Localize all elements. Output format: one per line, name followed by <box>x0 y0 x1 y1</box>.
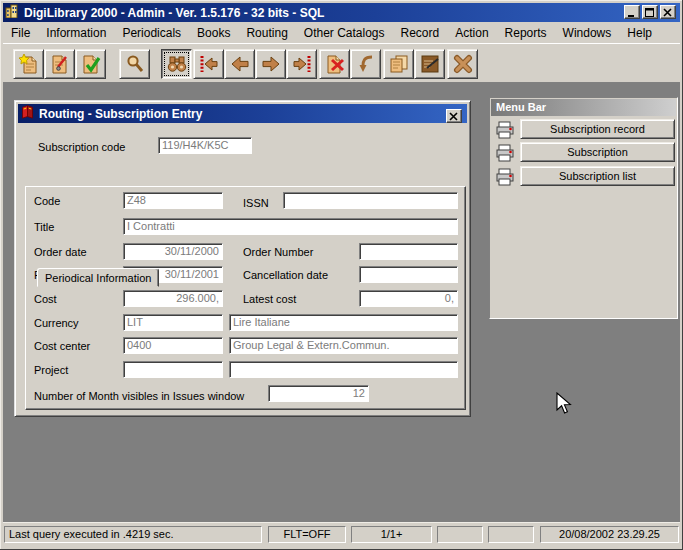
menu-other-catalogs[interactable]: Other Catalogs <box>296 24 393 42</box>
menu-routing[interactable]: Routing <box>238 24 295 42</box>
dialog-titlebar[interactable]: Routing - Subscription Entry <box>18 104 467 123</box>
next-record-icon <box>260 53 282 75</box>
order-date-field[interactable]: 30/11/2000 <box>123 243 223 260</box>
printer-icon <box>494 120 516 140</box>
edit-record-button[interactable] <box>44 49 75 79</box>
menu-reports[interactable]: Reports <box>497 24 555 42</box>
last-record-icon <box>291 53 313 75</box>
subscription-record-button[interactable]: Subscription record <box>520 119 675 139</box>
subscription-code-label: Subscription code <box>38 141 125 153</box>
window-title: DigiLibrary 2000 - Admin - Ver. 1.5.176 … <box>24 6 324 20</box>
app-icon <box>5 4 20 22</box>
project-field[interactable] <box>123 361 223 378</box>
close-button[interactable] <box>660 5 676 19</box>
menu-help[interactable]: Help <box>619 24 660 42</box>
project-label: Project <box>34 364 68 376</box>
cost-label: Cost <box>34 293 57 305</box>
close-exit-button[interactable] <box>447 49 478 79</box>
menu-record[interactable]: Record <box>393 24 448 42</box>
cost-field[interactable]: 296.000, <box>123 290 223 307</box>
edit-record-icon <box>49 53 71 75</box>
issn-label: ISSN <box>243 197 269 209</box>
status-record-position: 1/1+ <box>351 526 432 543</box>
status-bar: Last query executed in .4219 sec. FLT=OF… <box>3 522 680 547</box>
menu-books[interactable]: Books <box>189 24 238 42</box>
undo-button[interactable] <box>350 49 381 79</box>
binoculars-icon <box>166 53 188 75</box>
cost-center-description-field[interactable]: Group Legal & Extern.Commun. <box>229 337 458 354</box>
title-label: Title <box>34 221 54 233</box>
search-button[interactable] <box>119 49 150 79</box>
confirm-record-icon <box>80 53 102 75</box>
months-visible-label: Number of Month visibles in Issues windo… <box>34 390 244 402</box>
copy-record-button[interactable] <box>383 49 414 79</box>
maximize-button[interactable] <box>642 5 658 19</box>
tab-periodical-information[interactable]: Periodical Information <box>37 268 159 287</box>
menu-bar-panel: Menu Bar Subscription record Subscriptio… <box>489 97 678 319</box>
status-filter: FLT=OFF <box>268 526 346 543</box>
cost-center-field[interactable]: 0400 <box>123 337 223 354</box>
last-record-button[interactable] <box>286 49 317 79</box>
subscription-list-button[interactable]: Subscription list <box>520 166 675 186</box>
order-number-field[interactable] <box>359 243 458 260</box>
currency-field[interactable]: LIT <box>123 314 223 331</box>
search-icon <box>124 53 146 75</box>
title-field[interactable]: I Contratti <box>123 218 458 235</box>
previous-record-icon <box>229 53 251 75</box>
order-date-label: Order date <box>34 246 87 258</box>
status-empty-1 <box>437 526 483 543</box>
first-record-icon <box>198 53 220 75</box>
mouse-cursor <box>556 392 573 419</box>
printer-icon <box>494 167 516 187</box>
menu-file[interactable]: File <box>3 24 38 42</box>
order-number-label: Order Number <box>243 246 313 258</box>
menu-action[interactable]: Action <box>447 24 496 42</box>
next-record-button[interactable] <box>255 49 286 79</box>
periodical-information-page: Code Z48 ISSN Title I Contratti Order da… <box>25 186 466 410</box>
status-datetime: 20/08/2002 23.29.25 <box>540 526 679 543</box>
dialog-title: Routing - Subscription Entry <box>39 107 202 121</box>
edit-notes-icon <box>419 53 441 75</box>
find-binoculars-button[interactable] <box>161 49 192 79</box>
menu-bar: File Information Periodicals Books Routi… <box>3 22 680 43</box>
menu-windows[interactable]: Windows <box>555 24 620 42</box>
confirm-record-button[interactable] <box>75 49 106 79</box>
currency-label: Currency <box>34 317 79 329</box>
latest-cost-field[interactable]: 0, <box>359 290 458 307</box>
menu-periodicals[interactable]: Periodicals <box>114 24 189 42</box>
months-visible-field[interactable]: 12 <box>268 385 369 402</box>
menu-information[interactable]: Information <box>38 24 114 42</box>
delete-record-icon <box>324 53 346 75</box>
minimize-button[interactable] <box>624 5 640 19</box>
toolbar <box>3 43 680 83</box>
code-field[interactable]: Z48 <box>123 192 223 209</box>
subscription-entry-dialog: Routing - Subscription Entry Subscriptio… <box>14 100 471 417</box>
code-label: Code <box>34 195 60 207</box>
status-query-time: Last query executed in .4219 sec. <box>4 526 262 543</box>
currency-description-field[interactable]: Lire Italiane <box>229 314 458 331</box>
issn-field[interactable] <box>283 192 458 209</box>
menu-bar-panel-title: Menu Bar <box>491 99 676 116</box>
first-record-button[interactable] <box>193 49 224 79</box>
previous-record-button[interactable] <box>224 49 255 79</box>
copy-record-icon <box>388 53 410 75</box>
latest-cost-label: Latest cost <box>243 293 296 305</box>
application-window: DigiLibrary 2000 - Admin - Ver. 1.5.176 … <box>0 0 683 550</box>
cancellation-date-label: Cancellation date <box>243 269 328 281</box>
delete-record-button[interactable] <box>319 49 350 79</box>
main-titlebar[interactable]: DigiLibrary 2000 - Admin - Ver. 1.5.176 … <box>3 3 680 22</box>
printer-icon <box>494 143 516 163</box>
cost-center-label: Cost center <box>34 340 90 352</box>
new-record-icon <box>18 53 40 75</box>
subscription-button[interactable]: Subscription <box>520 142 675 162</box>
subscription-code-field[interactable]: 119/H4K/K5C <box>158 137 252 154</box>
new-record-button[interactable] <box>13 49 44 79</box>
dialog-close-button[interactable] <box>446 109 462 123</box>
project-description-field[interactable] <box>229 361 458 378</box>
edit-notes-button[interactable] <box>414 49 445 79</box>
cancellation-date-field[interactable] <box>359 266 458 283</box>
undo-icon <box>355 53 377 75</box>
close-exit-icon <box>452 53 474 75</box>
status-empty-2 <box>488 526 534 543</box>
book-icon <box>20 104 35 123</box>
